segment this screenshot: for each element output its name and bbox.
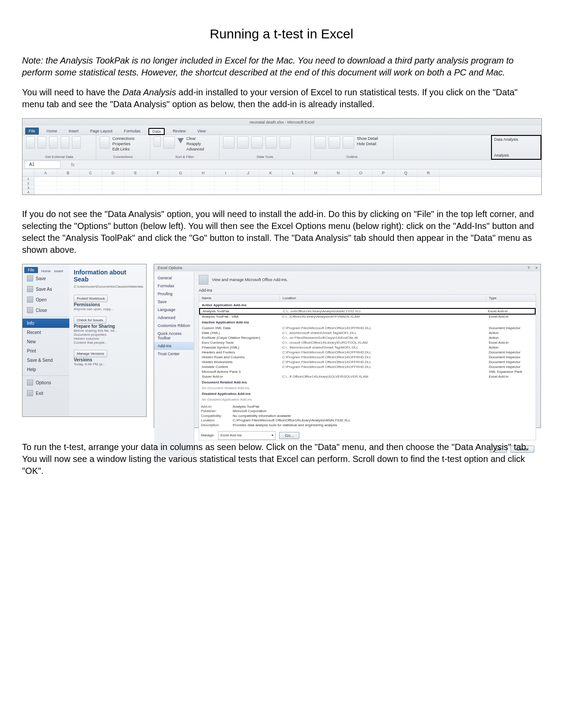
tab-file[interactable]: File: [24, 267, 38, 273]
tab-file[interactable]: File: [25, 128, 39, 135]
cat-qat[interactable]: Quick Access Toolbar: [154, 330, 194, 342]
clear-button[interactable]: Clear: [186, 136, 213, 141]
col-header[interactable]: Q: [395, 169, 417, 176]
what-if-icon[interactable]: [280, 136, 291, 149]
tab-insert[interactable]: Insert: [65, 128, 83, 135]
from-access-icon[interactable]: [26, 136, 35, 149]
addin-row[interactable]: Hidden Rows and ColumnsC:\Program Files\…: [199, 355, 536, 360]
cat-language[interactable]: Language: [154, 306, 194, 314]
from-other-sources-icon[interactable]: [60, 136, 69, 149]
consolidate-icon[interactable]: [265, 136, 277, 149]
file-save-as[interactable]: Save As: [23, 284, 69, 294]
file-open[interactable]: Open: [23, 294, 69, 305]
cat-general[interactable]: General: [154, 274, 194, 282]
addin-row[interactable]: Solver Add-inC:\...ft Office\Office14\Li…: [199, 374, 536, 379]
ungroup-icon[interactable]: [329, 136, 340, 149]
col-header[interactable]: B: [57, 169, 79, 176]
remove-duplicates-icon[interactable]: [237, 136, 249, 149]
tab-insert[interactable]: Insert: [54, 269, 63, 273]
cat-customize-ribbon[interactable]: Customize Ribbon: [154, 322, 194, 330]
data-validation-icon[interactable]: [251, 136, 263, 149]
file-print[interactable]: Print: [23, 346, 69, 356]
manage-versions-button[interactable]: Manage Versions: [74, 350, 107, 357]
file-save-send[interactable]: Save & Send: [23, 356, 69, 365]
col-header[interactable]: K: [260, 169, 282, 176]
help-icon[interactable]: ?: [525, 264, 533, 271]
existing-connections-icon[interactable]: [72, 136, 81, 149]
file-recent[interactable]: Recent: [23, 328, 69, 337]
protect-workbook-button[interactable]: Protect Workbook: [74, 295, 108, 302]
from-text-icon[interactable]: [49, 136, 58, 149]
col-header[interactable]: O: [350, 169, 372, 176]
filter-icon[interactable]: [178, 138, 184, 143]
col-header[interactable]: G: [170, 169, 192, 176]
hide-detail-button[interactable]: Hide Detail: [357, 142, 388, 146]
row-header[interactable]: 1: [23, 177, 34, 181]
cat-addins[interactable]: Add-Ins: [154, 342, 194, 350]
name-box[interactable]: A1: [24, 161, 60, 169]
from-web-icon[interactable]: [38, 136, 46, 149]
tab-review[interactable]: Review: [169, 128, 189, 135]
refresh-all-icon[interactable]: [100, 136, 110, 149]
go-button[interactable]: Go...: [279, 432, 299, 439]
properties-button[interactable]: Properties: [112, 142, 146, 146]
sort-asc-icon[interactable]: [154, 136, 161, 147]
reapply-button[interactable]: Reapply: [186, 142, 213, 146]
tab-home[interactable]: Home: [43, 128, 61, 135]
col-header[interactable]: M: [305, 169, 327, 176]
col-header[interactable]: D: [102, 169, 125, 176]
group-icon[interactable]: [314, 136, 326, 149]
cat-save[interactable]: Save: [154, 298, 194, 306]
tab-view[interactable]: View: [194, 128, 209, 135]
col-header[interactable]: C: [79, 169, 102, 176]
subtotal-icon[interactable]: [343, 136, 354, 149]
th-name[interactable]: Name: [199, 295, 280, 301]
th-location[interactable]: Location: [280, 295, 486, 301]
addin-row[interactable]: Custom XML DataC:\Program Files\Microsof…: [199, 326, 536, 330]
row-header[interactable]: 3: [23, 186, 34, 190]
addin-row[interactable]: Analysis ToolPak - VBAC:\...\Office14\Li…: [199, 314, 536, 319]
cat-formulas[interactable]: Formulas: [154, 282, 194, 290]
row-header[interactable]: 4: [23, 190, 34, 195]
show-detail-button[interactable]: Show Detail: [357, 136, 388, 141]
file-help[interactable]: Help: [23, 365, 69, 374]
th-type[interactable]: Type: [486, 295, 536, 301]
close-icon[interactable]: ×: [533, 264, 540, 271]
col-header[interactable]: A: [34, 169, 57, 176]
col-header[interactable]: E: [125, 169, 147, 176]
tab-formulas[interactable]: Formulas: [121, 128, 144, 135]
addin-row[interactable]: EndNote (Cwyw Citation Recognizer)C:\...…: [199, 335, 536, 340]
cat-proofing[interactable]: Proofing: [154, 290, 194, 298]
sort-icon[interactable]: [163, 136, 175, 149]
tab-home[interactable]: Home: [42, 269, 51, 273]
addin-row[interactable]: Headers and FootersC:\Program Files\Micr…: [199, 350, 536, 355]
addin-row[interactable]: Hidden WorksheetsC:\Program Files\Micros…: [199, 360, 536, 364]
addin-row-analysis-toolpak[interactable]: Analysis ToolPakC:\...oot\Office14\Libra…: [199, 308, 536, 315]
file-exit[interactable]: Exit: [23, 388, 69, 398]
check-issues-button[interactable]: Check for Issues: [74, 316, 106, 324]
col-header[interactable]: P: [372, 169, 395, 176]
file-close[interactable]: Close: [23, 305, 69, 315]
col-header[interactable]: N: [327, 169, 350, 176]
cat-trust-center[interactable]: Trust Center: [154, 350, 194, 358]
cat-advanced[interactable]: Advanced: [154, 314, 194, 322]
addin-row[interactable]: Euro Currency ToolsC:\...crosoft Office\…: [199, 340, 536, 345]
col-header[interactable]: J: [237, 169, 260, 176]
data-analysis-button[interactable]: Data Analysis: [494, 137, 538, 142]
col-header[interactable]: H: [192, 169, 215, 176]
file-save[interactable]: Save: [23, 273, 69, 284]
manage-select[interactable]: Excel Add-ins▾: [218, 431, 276, 440]
file-new[interactable]: New: [23, 337, 69, 346]
edit-links-button[interactable]: Edit Links: [112, 147, 146, 151]
advanced-button[interactable]: Advanced: [186, 147, 213, 151]
connections-button[interactable]: Connections: [112, 136, 146, 141]
addin-row[interactable]: Financial Symbol (XML)C:\...files\micros…: [199, 345, 536, 350]
file-info[interactable]: Info: [23, 319, 69, 328]
addin-row[interactable]: Date (XML)C:\...les\microsoft shared\Sma…: [199, 330, 536, 335]
col-header[interactable]: F: [147, 169, 170, 176]
tab-data[interactable]: Data: [148, 128, 165, 135]
file-options[interactable]: Options: [23, 377, 69, 388]
tab-page-layout[interactable]: Page Layout: [87, 128, 116, 135]
row-header[interactable]: 2: [23, 181, 34, 186]
addin-row[interactable]: Microsoft Actions Pane 3XML Expansion Pa…: [199, 369, 536, 374]
